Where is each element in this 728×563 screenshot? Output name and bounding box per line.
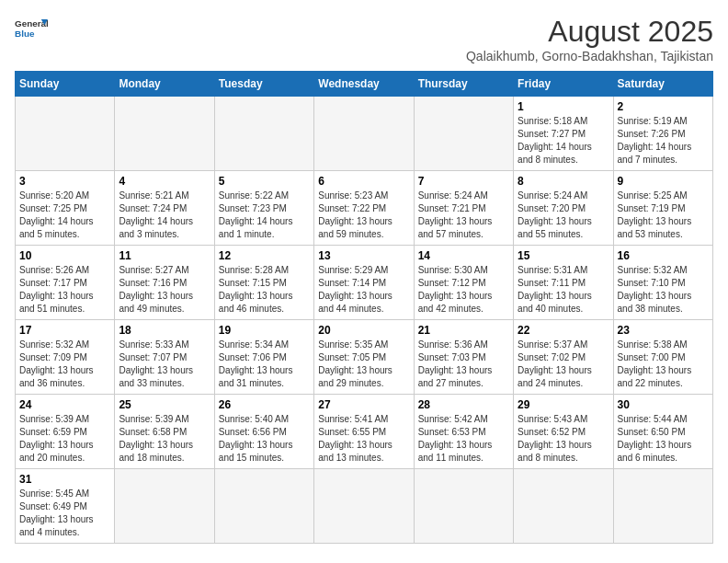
day-number: 18 (119, 324, 210, 337)
day-number: 7 (418, 175, 509, 188)
day-info: Sunrise: 5:32 AMSunset: 7:09 PMDaylight:… (19, 339, 110, 390)
weekday-header-tuesday: Tuesday (214, 72, 313, 97)
day-number: 31 (19, 473, 110, 486)
calendar-cell (16, 97, 115, 171)
page-header: General Blue August 2025 Qalaikhumb, Gor… (15, 15, 713, 63)
day-number: 2 (618, 100, 709, 113)
calendar-cell: 30Sunrise: 5:44 AMSunset: 6:50 PMDayligh… (613, 395, 712, 469)
calendar-week-2: 3Sunrise: 5:20 AMSunset: 7:25 PMDaylight… (16, 171, 713, 246)
calendar-cell: 11Sunrise: 5:27 AMSunset: 7:16 PMDayligh… (115, 246, 214, 320)
calendar-table: SundayMondayTuesdayWednesdayThursdayFrid… (15, 71, 713, 544)
day-number: 21 (418, 324, 509, 337)
day-info: Sunrise: 5:27 AMSunset: 7:16 PMDaylight:… (119, 264, 210, 316)
calendar-cell (314, 469, 414, 544)
day-info: Sunrise: 5:24 AMSunset: 7:21 PMDaylight:… (418, 190, 509, 241)
day-info: Sunrise: 5:34 AMSunset: 7:06 PMDaylight:… (219, 339, 310, 390)
day-info: Sunrise: 5:25 AMSunset: 7:19 PMDaylight:… (618, 190, 709, 241)
day-info: Sunrise: 5:45 AMSunset: 6:49 PMDaylight:… (19, 488, 110, 539)
weekday-header-row: SundayMondayTuesdayWednesdayThursdayFrid… (16, 72, 713, 97)
calendar-cell: 2Sunrise: 5:19 AMSunset: 7:26 PMDaylight… (613, 97, 712, 171)
day-info: Sunrise: 5:40 AMSunset: 6:56 PMDaylight:… (219, 413, 310, 465)
day-info: Sunrise: 5:44 AMSunset: 6:50 PMDaylight:… (618, 413, 709, 465)
day-info: Sunrise: 5:36 AMSunset: 7:03 PMDaylight:… (418, 339, 509, 390)
calendar-cell: 18Sunrise: 5:33 AMSunset: 7:07 PMDayligh… (115, 320, 214, 395)
logo-icon: General Blue (15, 15, 48, 40)
calendar-cell: 6Sunrise: 5:23 AMSunset: 7:22 PMDaylight… (314, 171, 414, 246)
day-info: Sunrise: 5:42 AMSunset: 6:53 PMDaylight:… (418, 413, 509, 465)
calendar-week-3: 10Sunrise: 5:26 AMSunset: 7:17 PMDayligh… (16, 246, 713, 320)
weekday-header-sunday: Sunday (16, 72, 115, 97)
calendar-cell: 24Sunrise: 5:39 AMSunset: 6:59 PMDayligh… (16, 395, 115, 469)
calendar-cell (314, 97, 414, 171)
day-info: Sunrise: 5:19 AMSunset: 7:26 PMDaylight:… (618, 115, 709, 167)
calendar-cell: 5Sunrise: 5:22 AMSunset: 7:23 PMDaylight… (214, 171, 313, 246)
day-info: Sunrise: 5:39 AMSunset: 6:58 PMDaylight:… (119, 413, 210, 465)
calendar-cell: 15Sunrise: 5:31 AMSunset: 7:11 PMDayligh… (514, 246, 613, 320)
calendar-cell: 17Sunrise: 5:32 AMSunset: 7:09 PMDayligh… (16, 320, 115, 395)
day-info: Sunrise: 5:33 AMSunset: 7:07 PMDaylight:… (119, 339, 210, 390)
calendar-cell: 25Sunrise: 5:39 AMSunset: 6:58 PMDayligh… (115, 395, 214, 469)
calendar-cell: 3Sunrise: 5:20 AMSunset: 7:25 PMDaylight… (16, 171, 115, 246)
calendar-cell (214, 97, 313, 171)
calendar-cell: 13Sunrise: 5:29 AMSunset: 7:14 PMDayligh… (314, 246, 414, 320)
calendar-cell (115, 97, 214, 171)
calendar-cell (414, 97, 513, 171)
day-number: 12 (219, 249, 310, 262)
calendar-cell (613, 469, 712, 544)
day-number: 6 (318, 175, 409, 188)
day-number: 30 (618, 398, 709, 411)
day-number: 8 (518, 175, 609, 188)
day-number: 19 (219, 324, 310, 337)
weekday-header-saturday: Saturday (613, 72, 712, 97)
calendar-cell: 22Sunrise: 5:37 AMSunset: 7:02 PMDayligh… (514, 320, 613, 395)
calendar-cell: 16Sunrise: 5:32 AMSunset: 7:10 PMDayligh… (613, 246, 712, 320)
calendar-cell: 1Sunrise: 5:18 AMSunset: 7:27 PMDaylight… (514, 97, 613, 171)
day-number: 14 (418, 249, 509, 262)
calendar-week-1: 1Sunrise: 5:18 AMSunset: 7:27 PMDaylight… (16, 97, 713, 171)
location-subtitle: Qalaikhumb, Gorno-Badakhshan, Tajikistan (466, 49, 713, 63)
day-info: Sunrise: 5:41 AMSunset: 6:55 PMDaylight:… (318, 413, 409, 465)
day-number: 29 (518, 398, 609, 411)
calendar-cell: 10Sunrise: 5:26 AMSunset: 7:17 PMDayligh… (16, 246, 115, 320)
day-info: Sunrise: 5:29 AMSunset: 7:14 PMDaylight:… (318, 264, 409, 316)
day-info: Sunrise: 5:24 AMSunset: 7:20 PMDaylight:… (518, 190, 609, 241)
calendar-cell (214, 469, 313, 544)
day-number: 26 (219, 398, 310, 411)
day-number: 27 (318, 398, 409, 411)
day-number: 13 (318, 249, 409, 262)
calendar-cell: 8Sunrise: 5:24 AMSunset: 7:20 PMDaylight… (514, 171, 613, 246)
logo: General Blue (15, 15, 48, 40)
calendar-cell (115, 469, 214, 544)
day-number: 20 (318, 324, 409, 337)
day-number: 9 (618, 175, 709, 188)
day-number: 4 (119, 175, 210, 188)
day-number: 28 (418, 398, 509, 411)
day-number: 10 (19, 249, 110, 262)
calendar-week-5: 24Sunrise: 5:39 AMSunset: 6:59 PMDayligh… (16, 395, 713, 469)
day-number: 22 (518, 324, 609, 337)
calendar-cell: 27Sunrise: 5:41 AMSunset: 6:55 PMDayligh… (314, 395, 414, 469)
day-info: Sunrise: 5:32 AMSunset: 7:10 PMDaylight:… (618, 264, 709, 316)
calendar-cell: 26Sunrise: 5:40 AMSunset: 6:56 PMDayligh… (214, 395, 313, 469)
calendar-cell: 23Sunrise: 5:38 AMSunset: 7:00 PMDayligh… (613, 320, 712, 395)
calendar-week-6: 31Sunrise: 5:45 AMSunset: 6:49 PMDayligh… (16, 469, 713, 544)
calendar-cell: 7Sunrise: 5:24 AMSunset: 7:21 PMDaylight… (414, 171, 513, 246)
day-info: Sunrise: 5:28 AMSunset: 7:15 PMDaylight:… (219, 264, 310, 316)
day-info: Sunrise: 5:38 AMSunset: 7:00 PMDaylight:… (618, 339, 709, 390)
day-info: Sunrise: 5:39 AMSunset: 6:59 PMDaylight:… (19, 413, 110, 465)
calendar-cell: 12Sunrise: 5:28 AMSunset: 7:15 PMDayligh… (214, 246, 313, 320)
day-info: Sunrise: 5:20 AMSunset: 7:25 PMDaylight:… (19, 190, 110, 241)
calendar-cell: 29Sunrise: 5:43 AMSunset: 6:52 PMDayligh… (514, 395, 613, 469)
day-number: 23 (618, 324, 709, 337)
calendar-cell: 14Sunrise: 5:30 AMSunset: 7:12 PMDayligh… (414, 246, 513, 320)
day-number: 24 (19, 398, 110, 411)
calendar-cell: 19Sunrise: 5:34 AMSunset: 7:06 PMDayligh… (214, 320, 313, 395)
calendar-cell (414, 469, 513, 544)
calendar-cell: 28Sunrise: 5:42 AMSunset: 6:53 PMDayligh… (414, 395, 513, 469)
calendar-cell: 9Sunrise: 5:25 AMSunset: 7:19 PMDaylight… (613, 171, 712, 246)
day-number: 11 (119, 249, 210, 262)
calendar-cell: 31Sunrise: 5:45 AMSunset: 6:49 PMDayligh… (16, 469, 115, 544)
calendar-cell (514, 469, 613, 544)
day-info: Sunrise: 5:35 AMSunset: 7:05 PMDaylight:… (318, 339, 409, 390)
day-info: Sunrise: 5:30 AMSunset: 7:12 PMDaylight:… (418, 264, 509, 316)
